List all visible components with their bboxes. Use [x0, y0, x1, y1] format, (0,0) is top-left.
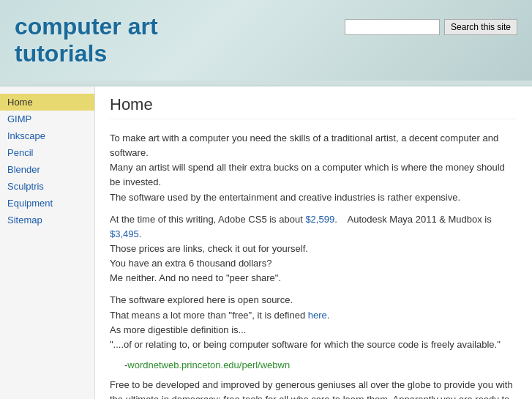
header: computer art tutorials Search this site [0, 0, 532, 81]
sidebar-item-pencil[interactable]: Pencil [0, 144, 94, 161]
sidebar-item-equipment[interactable]: Equipment [0, 195, 94, 212]
page-title: Home [110, 95, 517, 119]
sidebar: Home GIMP Inkscape Pencil Blender Sculpt… [0, 86, 95, 399]
search-area: Search this site [345, 19, 517, 35]
title-line1: computer art [15, 13, 158, 40]
sidebar-item-sculptris[interactable]: Sculptris [0, 178, 94, 195]
link-wordnetweb[interactable]: wordnetweb.princeton.edu/perl/webwn [127, 359, 290, 370]
para-3: The software explored here is open sourc… [110, 293, 517, 352]
sidebar-item-blender[interactable]: Blender [0, 161, 94, 178]
quote-attribution: -wordnetweb.princeton.edu/perl/webwn [124, 359, 517, 370]
sidebar-item-gimp[interactable]: GIMP [0, 111, 94, 127]
title-line2: tutorials [15, 40, 107, 67]
link-maya-price[interactable]: $3,495 [110, 228, 139, 239]
sidebar-item-sitemap[interactable]: Sitemap [0, 212, 94, 228]
sidebar-item-home[interactable]: Home [0, 94, 94, 111]
para-2: At the time of this writing, Adobe CS5 i… [110, 212, 517, 286]
site-title: computer art tutorials [15, 13, 158, 67]
para-4: Free to be developed and improved by gen… [110, 378, 517, 399]
link-cs5-price[interactable]: $2,599 [305, 214, 334, 225]
link-defined[interactable]: here [308, 310, 327, 321]
search-button[interactable]: Search this site [444, 19, 517, 35]
para-1: To make art with a computer you need the… [110, 131, 517, 205]
search-input[interactable] [345, 19, 440, 35]
nav-bar [0, 81, 532, 86]
main-layout: Home GIMP Inkscape Pencil Blender Sculpt… [0, 86, 532, 399]
sidebar-item-inkscape[interactable]: Inkscape [0, 127, 94, 144]
content-area: Home To make art with a computer you nee… [95, 86, 532, 399]
